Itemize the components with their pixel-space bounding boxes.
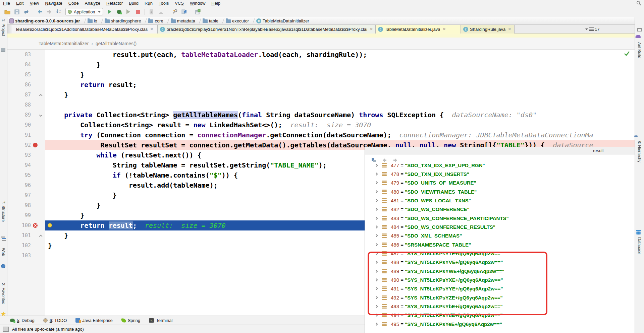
- tab-list-controls[interactable]: 17: [585, 25, 599, 34]
- editor-tab[interactable]: leBase$2oracle$1jdbc$1AdditionalDatabase…: [12, 25, 158, 34]
- breadcrumb-item-shardingsphere[interactable]: shardingsphere: [104, 17, 142, 25]
- breadcrumb-method[interactable]: getAllTableNames(): [96, 41, 137, 46]
- editor-tab-active[interactable]: cTableMetaDataInitializer.java✕: [376, 25, 461, 34]
- class-icon: c: [256, 18, 261, 23]
- toolwindow-button-label: Spring: [128, 318, 141, 323]
- variable-row[interactable]: 479 = "SDO_UNITS_OF_MEASURE": [365, 179, 635, 187]
- chevron-right-icon[interactable]: [375, 181, 378, 185]
- menu-item-build[interactable]: Build: [126, 0, 142, 7]
- variable-row[interactable]: 483 = "SDO_WS_CONFERENCE_PARTICIPANTS": [365, 214, 635, 222]
- menu-item-help[interactable]: Help: [208, 0, 223, 7]
- variable-row[interactable]: 480 = "SDO_VIEWFRAMES_TABLE": [365, 187, 635, 196]
- close-icon[interactable]: ✕: [508, 27, 511, 31]
- chevron-right-icon[interactable]: [375, 322, 378, 326]
- settings-wrench-icon[interactable]: [171, 8, 179, 15]
- breadcrumb-class[interactable]: TableMetaDataInitializer: [39, 41, 89, 46]
- dump-threads-icon[interactable]: [157, 8, 165, 15]
- back-arrow-icon[interactable]: [36, 8, 44, 15]
- sync-icon[interactable]: [22, 8, 30, 15]
- variable-row[interactable]: 477 = "SDO_TXN_IDX_EXP_UPD_RGN": [365, 161, 635, 170]
- search-icon[interactable]: [636, 1, 641, 7]
- toolwindow-button-spring[interactable]: Spring: [121, 318, 141, 323]
- stripe-button-ant-build[interactable]: Ant Build: [637, 42, 642, 58]
- menu-item-edit[interactable]: Edit: [13, 0, 26, 7]
- menu-item-vcs[interactable]: VCS: [172, 0, 187, 7]
- fold-marker-icon[interactable]: [39, 235, 43, 238]
- open-folder-icon[interactable]: [3, 8, 11, 15]
- chevron-right-icon[interactable]: [375, 216, 378, 220]
- chevron-right-icon[interactable]: [375, 234, 378, 238]
- chevron-right-icon[interactable]: [375, 208, 378, 211]
- menu-item-view[interactable]: View: [26, 0, 42, 7]
- menu-item-navigate[interactable]: Navigate: [42, 0, 65, 7]
- menu-item-code[interactable]: Code: [65, 0, 82, 7]
- stripe-button-7-structure[interactable]: 7: Structure: [1, 201, 6, 222]
- menu-item-refactor[interactable]: Refactor: [103, 0, 126, 7]
- breadcrumb-item-sharding-core-3.0.0-sources.jar[interactable]: sharding-core-3.0.0-sources.jar: [9, 17, 81, 25]
- breadcrumb-item-metadata[interactable]: metadata: [170, 17, 196, 25]
- run-icon[interactable]: [106, 8, 114, 15]
- breadcrumb-item-table[interactable]: table: [202, 17, 219, 25]
- save-chip-icon[interactable]: [194, 8, 202, 15]
- variable-row[interactable]: 486 = "SRSNAMESPACE_TABLE": [365, 240, 635, 249]
- inspection-ok-check-icon[interactable]: [624, 51, 630, 57]
- chevron-right-icon[interactable]: [375, 243, 378, 246]
- menu-item-analyze[interactable]: Analyze: [82, 0, 103, 7]
- tab-label: ShardingRule.java: [470, 27, 505, 32]
- editor-tab[interactable]: cShardingRule.java✕: [461, 25, 515, 34]
- chevron-right-icon[interactable]: [375, 190, 378, 193]
- menu-item-file[interactable]: File: [0, 0, 13, 7]
- breadcrumb-label: sharding-core-3.0.0-sources.jar: [15, 18, 80, 23]
- breadcrumb-item-executor[interactable]: executor: [225, 17, 250, 25]
- code-text: }: [48, 230, 68, 241]
- toolwindow-button-java-enterprise[interactable]: Java Enterprise: [75, 318, 112, 323]
- breakpoint-icon[interactable]: [33, 143, 38, 147]
- menu-item-window[interactable]: Window: [187, 0, 208, 7]
- fold-marker-icon[interactable]: [39, 114, 43, 117]
- menu-item-run[interactable]: Run: [142, 0, 156, 7]
- stripe-button-1-project[interactable]: 1: Project: [1, 19, 6, 36]
- close-icon[interactable]: ✕: [442, 27, 446, 31]
- run-configuration-select[interactable]: Application: [65, 8, 103, 15]
- update-app-icon[interactable]: [148, 8, 156, 15]
- chevron-right-icon[interactable]: [375, 172, 378, 176]
- stripe-button-2-favorites[interactable]: 2: Favorites: [1, 283, 6, 304]
- breakpoint-active-icon[interactable]: [33, 223, 38, 228]
- chevron-right-icon[interactable]: [375, 225, 378, 228]
- right-margin-guide: [358, 50, 358, 147]
- sort-lines-icon[interactable]: 0110: [55, 8, 63, 15]
- variable-row[interactable]: 484 = "SDO_WS_CONFERENCE_RESULTS": [365, 222, 635, 231]
- save-all-icon[interactable]: [13, 8, 21, 15]
- variable-row[interactable]: 478 = "SDO_TXN_IDX_INSERTS": [365, 170, 635, 178]
- breadcrumb-item-core[interactable]: core: [148, 17, 164, 25]
- toolwindow-button-6-todo[interactable]: 6: TODO: [43, 318, 67, 323]
- toolwindow-button-terminal[interactable]: >_Terminal: [149, 318, 172, 323]
- fold-marker-icon[interactable]: [39, 94, 43, 97]
- code-text: private Collection<String> getAllTableNa…: [48, 110, 537, 120]
- variable-row[interactable]: 482 = "SDO_WS_CONFERENCE": [365, 205, 635, 214]
- close-icon[interactable]: ✕: [370, 27, 373, 31]
- breadcrumb-item-io[interactable]: io: [87, 17, 98, 25]
- variable-row[interactable]: 481 = "SDO_WFS_LOCAL_TXNS": [365, 196, 635, 205]
- code-text: result.add(tableName);: [48, 180, 218, 190]
- close-icon[interactable]: ✕: [150, 27, 153, 31]
- table-grid-icon[interactable]: [180, 8, 188, 15]
- stripe-button-database[interactable]: Database: [637, 237, 642, 254]
- variable-row[interactable]: 495 = "SYS_NT5LcKPsYeE+/gQ6yq6Aqp2w==": [365, 320, 635, 328]
- forward-arrow-icon[interactable]: [45, 8, 53, 15]
- toolwindow-button-5-debug[interactable]: 5: Debug: [10, 318, 35, 323]
- run-with-coverage-icon[interactable]: [124, 8, 132, 15]
- variable-row[interactable]: 485 = "SDO_XML_SCHEMAS": [365, 231, 635, 240]
- code-line-83: 83 result.put(each, tableMetaDataLoader.…: [7, 50, 635, 60]
- chevron-right-icon[interactable]: [375, 199, 378, 202]
- chevron-right-icon[interactable]: [375, 163, 378, 167]
- stop-icon[interactable]: [134, 8, 142, 15]
- debug-icon[interactable]: [115, 8, 123, 15]
- stripe-button-web[interactable]: Web: [1, 248, 6, 256]
- window-icon[interactable]: [637, 28, 642, 31]
- breadcrumb-item-TableMetaDataInitializer[interactable]: cTableMetaDataInitializer: [256, 17, 310, 25]
- editor-tab[interactable]: coracle$1jdbc$1replay$1driver$1NonTxnRep…: [158, 25, 376, 34]
- menu-item-tools[interactable]: Tools: [156, 0, 172, 7]
- hidden-tabs-stub[interactable]: [7, 25, 12, 34]
- stripe-button-8-hierarchy[interactable]: 8: Hierarchy: [637, 141, 642, 162]
